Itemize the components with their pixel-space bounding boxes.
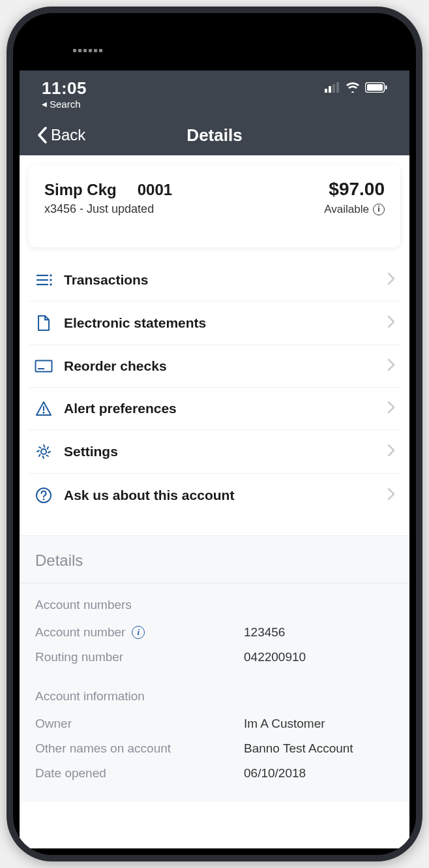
account-number-value: 123456 [244, 625, 285, 640]
chevron-left-icon [37, 126, 48, 144]
account-numbers-header: Account numbers [35, 598, 394, 612]
available-label: Available i [324, 203, 385, 216]
svg-rect-5 [367, 84, 383, 91]
status-clock: 11:05 [42, 78, 87, 99]
details-section: Details Account numbers Account number i… [20, 535, 409, 801]
chevron-right-icon [387, 444, 395, 459]
battery-icon [365, 82, 387, 95]
routing-number-row: Routing number 042200910 [35, 645, 394, 670]
info-icon[interactable]: i [132, 626, 145, 639]
svg-point-12 [50, 283, 52, 285]
other-names-label: Other names on account [35, 741, 171, 756]
account-number-label: Account number [35, 625, 125, 640]
back-triangle-icon: ◀ [42, 101, 47, 108]
menu-label: Alert preferences [64, 401, 387, 416]
chevron-right-icon [387, 488, 395, 503]
breadcrumb-search[interactable]: ◀ Search [42, 99, 81, 110]
alert-icon [34, 401, 53, 416]
date-opened-label: Date opened [35, 766, 106, 781]
transactions-icon [34, 273, 53, 287]
owner-value: Im A Customer [244, 717, 325, 731]
account-number-row: Account number i 123456 [35, 620, 394, 645]
status-bar: 11:05 ◀ Search [20, 70, 409, 115]
account-balance: $97.00 [329, 179, 385, 200]
routing-number-label: Routing number [35, 650, 123, 664]
svg-point-19 [43, 499, 45, 501]
document-icon [34, 315, 53, 332]
breadcrumb-label: Search [50, 99, 81, 110]
svg-rect-2 [333, 84, 335, 93]
svg-rect-6 [385, 85, 387, 89]
chevron-right-icon [387, 272, 395, 288]
menu-item-reorder-checks[interactable]: Reorder checks [29, 345, 400, 388]
chevron-right-icon [387, 401, 395, 416]
check-card-icon [34, 360, 53, 373]
menu-item-alert-preferences[interactable]: Alert preferences [29, 388, 400, 430]
svg-point-17 [41, 449, 46, 454]
date-opened-row: Date opened 06/10/2018 [35, 761, 394, 786]
date-opened-value: 06/10/2018 [244, 766, 306, 781]
details-header: Details [35, 551, 394, 570]
chevron-right-icon [387, 358, 395, 374]
svg-rect-0 [325, 89, 327, 93]
owner-row: Owner Im A Customer [35, 711, 394, 736]
owner-label: Owner [35, 717, 72, 731]
menu-item-settings[interactable]: Settings [29, 430, 400, 474]
other-names-value: Banno Test Account [244, 741, 353, 756]
chevron-right-icon [387, 315, 395, 331]
gear-icon [34, 443, 53, 460]
menu-label: Transactions [64, 272, 387, 288]
svg-point-18 [37, 488, 51, 503]
routing-number-value: 042200910 [244, 650, 306, 664]
svg-point-16 [43, 412, 45, 414]
svg-point-10 [50, 274, 52, 276]
navigation-bar: Back Details [20, 115, 409, 155]
phone-speaker [73, 49, 104, 53]
help-icon [34, 487, 53, 504]
menu-item-statements[interactable]: Electronic statements [29, 302, 400, 345]
back-button[interactable]: Back [37, 126, 85, 144]
svg-point-11 [50, 279, 52, 281]
wifi-icon [346, 82, 360, 95]
cellular-icon [325, 82, 340, 95]
menu-label: Settings [64, 444, 387, 459]
menu-item-ask-us[interactable]: Ask us about this account [29, 474, 400, 517]
info-icon[interactable]: i [373, 204, 385, 215]
menu-label: Ask us about this account [64, 488, 387, 503]
account-info-header: Account information [35, 689, 394, 704]
menu-label: Reorder checks [64, 358, 387, 374]
other-names-row: Other names on account Banno Test Accoun… [35, 736, 394, 761]
account-name: Simp Ckg0001 [44, 181, 172, 199]
account-subtext: x3456 - Just updated [44, 202, 154, 216]
svg-rect-3 [336, 82, 339, 93]
svg-rect-13 [36, 361, 52, 372]
account-summary-card: Simp Ckg0001 $97.00 x3456 - Just updated… [29, 164, 400, 247]
menu-item-transactions[interactable]: Transactions [29, 259, 400, 302]
back-label: Back [51, 126, 85, 144]
svg-rect-1 [329, 86, 331, 93]
actions-menu: Transactions Electronic statements [20, 259, 409, 517]
menu-label: Electronic statements [64, 315, 387, 331]
